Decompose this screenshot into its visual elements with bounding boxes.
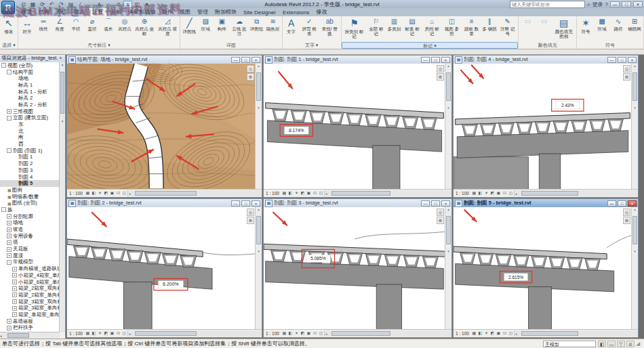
- panel-label-符号[interactable]: 符号: [577, 42, 643, 49]
- tool-拼写-检查[interactable]: ✓拼写 检查: [300, 17, 319, 36]
- tool-高程点-坡度[interactable]: ◿高程点 坡度: [156, 17, 179, 36]
- view-scale[interactable]: 1 : 100: [67, 191, 85, 196]
- viewport-vscrollbar[interactable]: ▴▾: [445, 64, 451, 190]
- visual-style-icon[interactable]: ◧: [477, 330, 483, 336]
- viewport-minimize-button[interactable]: —: [421, 200, 430, 206]
- tree-item-东[interactable]: 东: [0, 121, 59, 128]
- expand-icon[interactable]: +: [7, 227, 12, 232]
- viewport-minimize-button[interactable]: —: [231, 200, 240, 206]
- expand-icon[interactable]: +: [7, 214, 12, 219]
- tool-线性[interactable]: ═线性: [35, 17, 52, 31]
- viewport-maximize-button[interactable]: □: [241, 57, 250, 63]
- tab-注释[interactable]: 注释: [88, 7, 107, 16]
- viewport-hscrollbar[interactable]: ◂: [514, 330, 638, 336]
- expand-icon[interactable]: +: [12, 312, 17, 317]
- tool-符号[interactable]: ✶符号: [578, 17, 594, 34]
- temporary-hide-icon[interactable]: ◫: [318, 330, 324, 336]
- tree-item-场地[interactable]: 场地: [0, 75, 59, 82]
- temporary-hide-icon[interactable]: ◫: [318, 190, 324, 196]
- tab-Site Designer[interactable]: Site Designer: [240, 9, 279, 16]
- undo-icon[interactable]: ↶: [47, 1, 56, 8]
- viewport-vscrollbar[interactable]: ▴▾: [631, 64, 638, 190]
- crop-region-icon[interactable]: ⊡: [502, 190, 508, 196]
- sun-path-icon[interactable]: ☀: [483, 330, 489, 336]
- project-browser-hscrollbar[interactable]: ◂: [0, 332, 60, 339]
- shadows-icon[interactable]: ◩: [103, 190, 109, 196]
- tree-item-立面 (建筑立面)[interactable]: -立面 (建筑立面): [0, 115, 59, 122]
- select-toggle-icon[interactable]: ⊘: [626, 341, 635, 347]
- expand-icon[interactable]: +: [12, 267, 17, 271]
- zoom-icon[interactable]: ⊕: [623, 73, 630, 81]
- steering-wheel-icon[interactable]: ◎: [623, 65, 630, 72]
- sync-icon[interactable]: ⟳: [38, 1, 47, 8]
- panel-label-文字[interactable]: 文字 ▾: [283, 42, 341, 49]
- tree-item-三维视图[interactable]: +三维视图: [0, 108, 59, 115]
- detail-level-icon[interactable]: ▦: [85, 330, 91, 336]
- tool-直径[interactable]: ⌀直径: [84, 17, 100, 31]
- tree-item-族[interactable]: -族: [0, 206, 59, 213]
- sun-path-icon[interactable]: ☀: [294, 330, 300, 336]
- maximize-button[interactable]: □: [622, 1, 631, 7]
- tool-区域[interactable]: ▩区域: [594, 17, 610, 31]
- collapse-icon[interactable]: -: [7, 260, 12, 265]
- tree-item-墙[interactable]: +墙: [0, 240, 59, 246]
- steering-wheel-icon[interactable]: ◎: [247, 65, 254, 72]
- help-search-input[interactable]: [510, 1, 585, 8]
- shadows-icon[interactable]: ◩: [489, 330, 496, 336]
- tree-item-剖面 5[interactable]: 剖面 5: [0, 180, 59, 187]
- search-icon[interactable]: ⌕: [587, 1, 590, 8]
- expand-icon[interactable]: +: [7, 253, 12, 258]
- tree-item-专用设备[interactable]: +专用设备: [0, 233, 59, 240]
- thin-lines-icon[interactable]: ≡: [123, 1, 132, 8]
- tool-查找/-替换[interactable]: ab查找/ 替换: [319, 17, 340, 36]
- steering-wheel-icon[interactable]: ◎: [623, 209, 630, 216]
- crop-region-icon[interactable]: ⊡: [115, 330, 121, 336]
- tree-item-视图 (全部)[interactable]: -视图 (全部): [0, 62, 59, 69]
- tab-管理[interactable]: 管理: [194, 7, 212, 16]
- tree-item-标高 1[interactable]: 标高 1: [0, 82, 59, 89]
- tree-item-小箱梁_6箱室_单向横坡[interactable]: +小箱梁_6箱室_单向横坡: [0, 279, 59, 286]
- tab-Extensions[interactable]: Extensions: [279, 9, 313, 16]
- panel-label-详图[interactable]: 详图: [180, 42, 281, 49]
- tab-插入[interactable]: 插入: [71, 7, 88, 16]
- viewport-hscrollbar[interactable]: ◂: [514, 190, 638, 196]
- viewport-close-button[interactable]: ×: [628, 200, 637, 206]
- tree-item-标高 2 - 分析[interactable]: 标高 2 - 分析: [0, 102, 59, 108]
- panel-label-尺寸标注[interactable]: 尺寸标注 ▾: [18, 42, 180, 49]
- viewport-maximize-button[interactable]: □: [241, 200, 250, 206]
- tool-详图线[interactable]: ╱详图线: [181, 17, 197, 34]
- detail-level-icon[interactable]: ▦: [85, 190, 91, 196]
- design-options-select[interactable]: 主模型: [543, 341, 596, 347]
- tree-item-剖面 1[interactable]: 剖面 1: [0, 154, 59, 161]
- visual-style-icon[interactable]: ◧: [287, 190, 294, 196]
- zoom-icon[interactable]: ⊕: [437, 73, 444, 81]
- viewport-vscrollbar[interactable]: ▴▾: [255, 207, 262, 330]
- view-scale[interactable]: 1 : 100: [264, 331, 281, 336]
- tree-item-箱梁_3箱室_单向横坡[interactable]: +箱梁_3箱室_单向横坡: [0, 305, 59, 311]
- tab-系统[interactable]: 系统: [53, 7, 71, 16]
- panel-label-颜色填充[interactable]: 颜色填充: [519, 42, 576, 49]
- tree-item-天花板[interactable]: +天花板: [0, 246, 59, 253]
- tool-按类别-标记[interactable]: ⚑按类别 标记: [342, 17, 367, 39]
- project-browser-close-icon[interactable]: ×: [58, 54, 64, 62]
- expand-icon[interactable]: +: [7, 221, 12, 225]
- redo-icon[interactable]: ↷: [57, 1, 66, 8]
- tree-item-剖面 (剖面 1)[interactable]: -剖面 (剖面 1): [0, 148, 59, 154]
- drawing-area[interactable]: ◎⊕: [67, 64, 256, 190]
- tree-item-箱梁_2箱室_单向横坡[interactable]: +箱梁_2箱室_单向横坡: [0, 292, 59, 299]
- view-scale[interactable]: 1 : 100: [264, 191, 281, 196]
- tab-协作[interactable]: 协作: [159, 7, 176, 16]
- expand-icon[interactable]: +: [12, 306, 17, 311]
- sun-path-icon[interactable]: ☀: [294, 190, 300, 196]
- crop-view-icon[interactable]: ▣: [496, 330, 502, 336]
- view-scale[interactable]: 1 : 100: [67, 331, 85, 336]
- default-3d-view-icon[interactable]: ⌂: [104, 1, 113, 8]
- tab-结构[interactable]: 结构: [35, 7, 53, 16]
- detail-level-icon[interactable]: ▦: [471, 190, 477, 196]
- open-icon[interactable]: ⊡: [19, 1, 28, 8]
- visual-style-icon[interactable]: ◧: [287, 330, 294, 336]
- viewport-close-button[interactable]: ×: [251, 200, 260, 206]
- save-icon[interactable]: ▦: [28, 1, 37, 8]
- tree-item-剖面 2[interactable]: 剖面 2: [0, 160, 59, 167]
- panel-label-选择[interactable]: 选择 ▾: [0, 42, 18, 49]
